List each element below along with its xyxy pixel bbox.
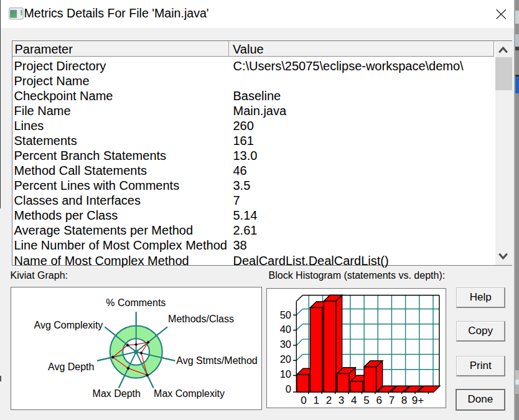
svg-text:40: 40 [280, 324, 291, 335]
svg-text:20: 20 [280, 353, 291, 365]
svg-text:10: 10 [280, 368, 291, 380]
svg-text:4: 4 [351, 394, 357, 406]
svg-text:3: 3 [339, 394, 344, 406]
svg-text:7: 7 [389, 394, 395, 406]
svg-text:5: 5 [363, 394, 369, 406]
svg-text:30: 30 [280, 338, 291, 350]
svg-text:6: 6 [376, 394, 381, 406]
svg-text:1: 1 [313, 394, 319, 406]
svg-text:0: 0 [301, 394, 306, 406]
svg-text:9+: 9+ [412, 394, 424, 406]
svg-text:2: 2 [326, 394, 332, 406]
svg-text:8: 8 [401, 394, 407, 406]
svg-text:0: 0 [286, 383, 291, 394]
svg-text:50: 50 [280, 309, 291, 320]
